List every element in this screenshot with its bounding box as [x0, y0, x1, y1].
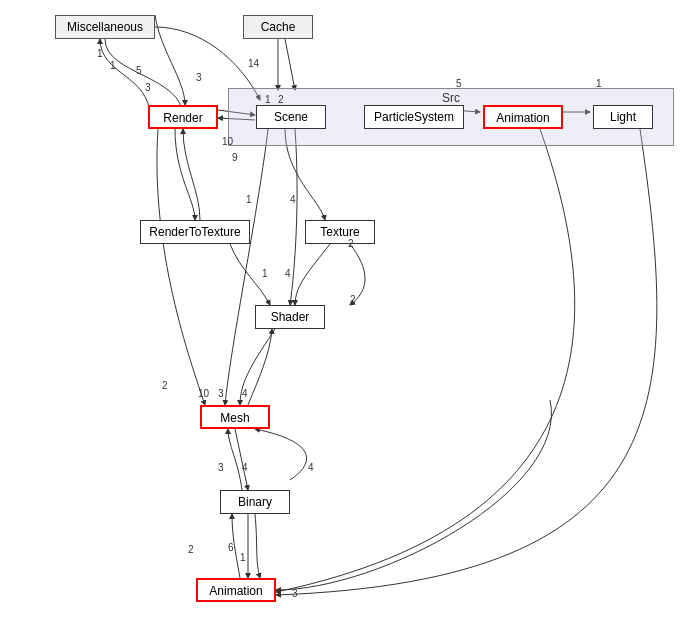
edge-label-ab6: 6	[228, 542, 234, 553]
particle-system-label: ParticleSystem	[374, 110, 454, 124]
src-group: Src Scene ParticleSystem Animation Light	[228, 88, 674, 146]
edge-label-ab3: 3	[292, 588, 298, 599]
edge-label-9: 9	[232, 152, 238, 163]
mesh-label: Mesh	[220, 411, 249, 425]
render-label: Render	[163, 111, 202, 125]
edge-label-light1: 1	[596, 78, 602, 89]
texture-node: Texture	[305, 220, 375, 244]
edge-label-m2: 2	[162, 380, 168, 391]
scene-node: Scene	[256, 105, 326, 129]
animation-top-label: Animation	[496, 111, 549, 125]
edge-label-1: 1	[97, 48, 103, 59]
edge-label-14: 14	[248, 58, 259, 69]
edge-label-10: 10	[222, 136, 233, 147]
scene-label: Scene	[274, 110, 308, 124]
edge-label-t2: 2	[348, 238, 354, 249]
edge-label-b4a: 4	[242, 462, 248, 473]
edge-label-b4b: 4	[308, 462, 314, 473]
texture-label: Texture	[320, 225, 359, 239]
mesh-node: Mesh	[200, 405, 270, 429]
particle-system-node: ParticleSystem	[364, 105, 464, 129]
light-node: Light	[593, 105, 653, 129]
edge-label-b3: 3	[218, 462, 224, 473]
animation-top-node: Animation	[483, 105, 563, 129]
edge-label-m4: 4	[242, 388, 248, 399]
edge-label-rtt1: 1	[246, 194, 252, 205]
binary-node: Binary	[220, 490, 290, 514]
edge-label-sh1: 1	[262, 268, 268, 279]
render-node: Render	[148, 105, 218, 129]
edge-label-cache1: 1	[265, 94, 271, 105]
render-to-texture-node: RenderToTexture	[140, 220, 250, 244]
edge-label-s4: 4	[290, 194, 296, 205]
edge-label-m10: 10	[198, 388, 209, 399]
diagram: Miscellaneous Cache Src Scene ParticleSy…	[0, 0, 691, 644]
cache-node: Cache	[243, 15, 313, 39]
miscellaneous-node: Miscellaneous	[55, 15, 155, 39]
animation-bottom-label: Animation	[209, 584, 262, 598]
edge-label-ab1: 1	[240, 552, 246, 563]
render-to-texture-label: RenderToTexture	[149, 225, 240, 239]
edge-label-4: 3	[145, 82, 151, 93]
edge-label-5: 3	[196, 72, 202, 83]
animation-bottom-node: Animation	[196, 578, 276, 602]
miscellaneous-label: Miscellaneous	[67, 20, 143, 34]
edge-label-3: 5	[136, 65, 142, 76]
edge-label-sh2: 2	[350, 294, 356, 305]
edge-label-src5: 5	[456, 78, 462, 89]
edge-label-cache2: 2	[278, 94, 284, 105]
binary-label: Binary	[238, 495, 272, 509]
edge-label-sh4: 4	[285, 268, 291, 279]
cache-label: Cache	[261, 20, 296, 34]
edge-label-ab2: 2	[188, 544, 194, 555]
shader-label: Shader	[271, 310, 310, 324]
edge-label-m3: 3	[218, 388, 224, 399]
shader-node: Shader	[255, 305, 325, 329]
edge-label-2: 1	[110, 60, 116, 71]
src-label: Src	[442, 91, 460, 105]
light-label: Light	[610, 110, 636, 124]
